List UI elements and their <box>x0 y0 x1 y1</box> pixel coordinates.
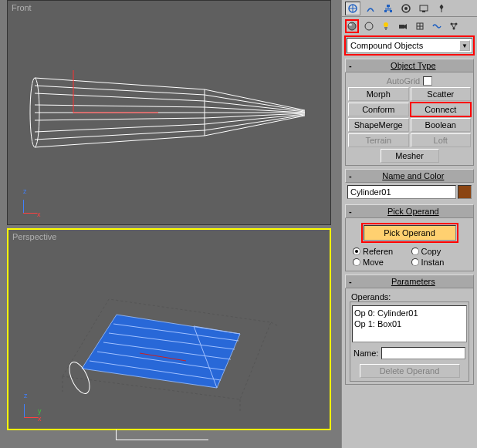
pick-operand-button[interactable]: Pick Operand <box>364 225 456 241</box>
cameras-category-icon[interactable] <box>396 19 410 33</box>
lights-category-icon[interactable] <box>379 19 393 33</box>
object-name-input[interactable]: Cylinder01 <box>347 185 456 199</box>
svg-point-29 <box>348 22 356 30</box>
object-color-swatch[interactable] <box>458 185 472 199</box>
delete-operand-button[interactable]: Delete Operand <box>360 364 460 378</box>
svg-rect-27 <box>420 5 428 11</box>
collapse-icon: - <box>349 171 352 180</box>
connect-button[interactable]: Connect <box>411 103 472 116</box>
operand-item[interactable]: Op 1: Box01 <box>354 318 465 329</box>
create-category-row <box>342 17 477 35</box>
timeline-tick <box>116 429 117 440</box>
autogrid-row: AutoGrid <box>348 75 471 87</box>
svg-line-6 <box>271 322 279 326</box>
object-category-dropdown[interactable]: Compound Objects ▼ <box>347 38 472 53</box>
svg-point-26 <box>404 7 408 10</box>
radio-icon <box>353 248 360 255</box>
instance-radio-item[interactable]: Instan <box>411 258 467 267</box>
autogrid-checkbox[interactable] <box>423 76 432 86</box>
geometry-category-icon[interactable] <box>345 19 359 33</box>
command-panel-tabs <box>342 0 477 17</box>
viewport-perspective-label: Perspective <box>12 232 56 241</box>
front-wireframe <box>27 47 313 178</box>
collapse-icon: - <box>349 61 352 70</box>
operand-item[interactable]: Op 0: Cylinder01 <box>354 308 465 318</box>
svg-point-30 <box>349 24 352 26</box>
radio-icon <box>411 258 419 266</box>
mesher-button[interactable]: Mesher <box>381 149 439 163</box>
loft-button[interactable]: Loft <box>411 133 472 147</box>
operands-list[interactable]: Op 0: Cylinder01 Op 1: Box01 <box>352 305 467 342</box>
move-radio-item[interactable]: Move <box>353 258 408 267</box>
pick-operand-rollout: - Pick Operand Pick Operand Referen Copy… <box>345 204 474 271</box>
svg-rect-19 <box>387 5 390 7</box>
conform-button[interactable]: Conform <box>348 103 409 116</box>
terrain-button[interactable]: Terrain <box>348 133 409 147</box>
parameters-header[interactable]: - Parameters <box>345 275 474 288</box>
shapes-category-icon[interactable] <box>362 19 376 33</box>
viewport-front-label: Front <box>12 3 32 12</box>
svg-point-31 <box>365 22 373 30</box>
morph-button[interactable]: Morph <box>348 87 409 101</box>
operand-name-input[interactable] <box>381 347 465 359</box>
front-axis-gizmo: zx <box>14 187 45 218</box>
collapse-icon: - <box>349 277 352 286</box>
autogrid-label: AutoGrid <box>387 76 420 86</box>
radio-icon <box>411 248 419 255</box>
persp-axis-gizmo: zxy <box>15 392 46 423</box>
name-color-rollout: - Name and Color Cylinder01 <box>345 169 474 201</box>
display-tab-icon[interactable] <box>416 2 431 15</box>
timeline-line <box>116 440 208 440</box>
dropdown-arrow-icon: ▼ <box>459 40 470 51</box>
helpers-category-icon[interactable] <box>413 19 427 33</box>
object-type-rollout: - Object Type AutoGrid Morph Scatter Con… <box>345 59 474 166</box>
svg-rect-28 <box>422 11 425 12</box>
svg-line-44 <box>454 24 456 29</box>
reference-radio-item[interactable]: Referen <box>353 247 408 256</box>
scatter-button[interactable]: Scatter <box>411 87 472 101</box>
svg-rect-35 <box>399 25 404 29</box>
name-color-header[interactable]: - Name and Color <box>345 169 474 183</box>
name-label: Name: <box>354 349 378 358</box>
object-type-header[interactable]: - Object Type <box>345 59 474 72</box>
viewport-front[interactable]: Front zx <box>7 0 331 225</box>
radio-icon <box>353 258 360 266</box>
copy-radio-item[interactable]: Copy <box>411 247 467 256</box>
modify-tab-icon[interactable] <box>363 2 378 15</box>
motion-tab-icon[interactable] <box>398 2 414 15</box>
perspective-wireframe <box>39 268 310 415</box>
boolean-button[interactable]: Boolean <box>411 118 472 132</box>
systems-category-icon[interactable] <box>447 19 461 33</box>
spacewarps-category-icon[interactable] <box>430 19 444 33</box>
utilities-tab-icon[interactable] <box>434 2 449 15</box>
svg-line-43 <box>452 24 454 29</box>
dropdown-value: Compound Objects <box>350 41 423 50</box>
create-tab-icon[interactable] <box>345 2 360 15</box>
operands-label: Operands: <box>348 291 471 301</box>
collapse-icon: - <box>349 207 352 216</box>
parameters-rollout: - Parameters Operands: Op 0: Cylinder01 … <box>345 275 474 385</box>
viewport-perspective[interactable]: Perspective <box>7 228 331 430</box>
hierarchy-tab-icon[interactable] <box>381 2 396 15</box>
svg-point-32 <box>384 22 388 27</box>
shapemerge-button[interactable]: ShapeMerge <box>348 118 409 132</box>
command-panel: Compound Objects ▼ - Object Type AutoGri… <box>341 0 477 448</box>
pick-operand-header[interactable]: - Pick Operand <box>345 204 474 218</box>
